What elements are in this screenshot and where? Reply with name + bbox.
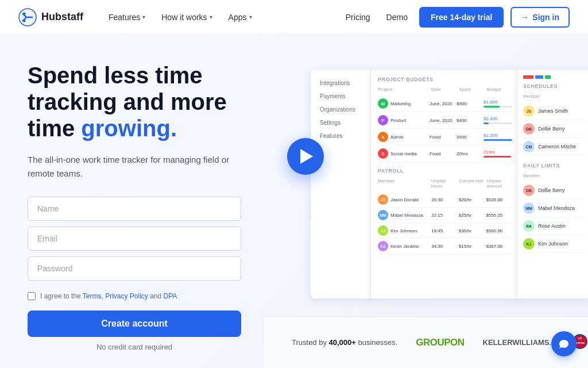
col-amount: Unpaid amount [487,178,512,189]
svg-text:LA: LA [578,336,582,340]
member-name: Kim Johnson [538,241,568,247]
col-budget: Budget [487,87,512,92]
project-budgets-title: PROJECT BUDGETS [378,76,512,82]
main-content: Spend less time tracking and more time g… [0,34,588,368]
schedules-member-header: Member [523,94,585,99]
nav-demo[interactable]: Demo [382,9,412,25]
no-credit-text: No credit card required [28,343,241,351]
hero-title-line1: Spend less time [28,63,203,88]
password-field-group [28,256,241,281]
table-row: KJKevin Jenkins 34:30 $15/hr $367.90 [378,239,512,254]
nav-pricing[interactable]: Pricing [341,9,375,25]
table-row: JDJason Donald 26:30 $20/hr $526.80 [378,192,512,208]
sidebar-item-organizations[interactable]: Organizations [315,103,368,116]
col-member: Member [378,178,429,189]
sidebar-item-integrations[interactable]: Integrations [315,76,368,90]
terms-checkbox[interactable] [28,292,36,300]
sidebar-item-payments[interactable]: Payments [315,90,368,103]
nav-left: Hubstaff Features ▾ How it works ▾ Apps … [18,8,259,26]
chevron-down-icon: ▾ [210,14,212,20]
avatar: KJ [523,238,535,250]
list-item: CM Cameron Mitche [523,138,585,156]
list-item: DB Dollie Berry [523,182,585,200]
sidebar-item-settings[interactable]: Settings [315,116,368,129]
privacy-link[interactable]: Privacy Policy [105,292,148,300]
name-field-group [28,197,241,221]
table-row: KJKim Johnson 18:45 $30/hr $560.90 [378,223,512,239]
col-project: Project [378,87,429,92]
signin-button[interactable]: → Sign in [510,7,570,28]
daily-limits-title: DAILY LIMITS [523,163,585,168]
member-name: Mabel Mendoza [538,205,575,211]
payroll-section: PAYROLL Member Unpaid hours Current rate… [378,168,512,254]
nav-features-label: Features [109,13,140,22]
avatar: JS [523,105,535,117]
member-name: Dollie Berry [538,187,565,193]
nav-right: Pricing Demo Free 14-day trial → Sign in [341,7,570,28]
right-panel: Integrations Payments Organizations Sett… [264,34,588,368]
avatar: DB [523,123,535,135]
create-account-button[interactable]: Create account [28,310,241,337]
email-input[interactable] [28,227,241,251]
payroll-title: PAYROLL [378,168,512,174]
hubstaff-logo-icon [18,8,37,26]
groupon-logo: GROUPON [416,337,464,348]
logo[interactable]: Hubstaff [18,8,83,26]
col-spent: Spent [459,87,484,92]
avatar: CM [523,141,535,152]
list-item: JS James Smith [523,102,585,120]
nav-links: Features ▾ How it works ▾ Apps ▾ [102,9,259,25]
list-item: MM Mabel Mendoza [523,200,585,217]
avatar: DB [523,185,535,196]
table-row: MMarketing June, 2020 $900 $1,600 [378,95,512,112]
table-row: MMMabel Mendoza 22:15 $25/hr $556.25 [378,208,512,223]
chevron-down-icon: ▾ [249,14,252,20]
terms-checkbox-row: I agree to the Terms, Privacy Policy and… [28,292,241,300]
chevron-down-icon: ▾ [142,14,145,20]
list-item: KJ Kim Johnson [523,235,585,253]
signin-icon: → [521,13,529,22]
col-date: Date [431,87,457,92]
chat-button[interactable] [551,331,577,356]
play-button[interactable] [287,138,324,175]
dashboard-sidebar: Integrations Payments Organizations Sett… [310,69,373,299]
nav-apps[interactable]: Apps ▾ [222,9,259,25]
hero-title: Spend less time tracking and more time g… [28,62,241,141]
svg-text:CLIPPERS: CLIPPERS [575,342,585,344]
nav-how-label: How it works [161,13,207,22]
logo-text: Hubstaff [41,11,83,23]
member-name: Dollie Berry [538,126,565,132]
trusted-strip: Trusted by 40,000+ businesses. GROUPON K… [264,316,588,368]
col-unpaid-hours: Unpaid hours [431,178,457,189]
name-input[interactable] [28,197,241,221]
member-name: Rose Austin [538,223,566,229]
trial-button[interactable]: Free 14-day trial [419,7,504,28]
password-input[interactable] [28,256,241,281]
col-rate: Current rate [459,178,484,189]
sidebar-item-features[interactable]: Features [315,129,368,143]
daily-limits-member-header: Member [523,173,585,178]
member-name: Cameron Mitche [538,144,576,150]
list-item: RA Rose Austin [523,217,585,235]
left-panel: Spend less time tracking and more time g… [0,34,264,368]
signin-label: Sign in [532,13,559,22]
dashboard-main-panel: PROJECT BUDGETS Project Date Spent Budge… [370,69,520,299]
chat-icon [558,338,570,350]
table-row: AAdmin Fixed 3900 $1,200 [378,129,512,145]
payroll-header: Member Unpaid hours Current rate Unpaid … [378,178,512,189]
hero-title-accent: growing. [81,116,177,141]
nav-how-it-works[interactable]: How it works ▾ [154,9,219,25]
kellerwilliams-logo: KELLERWILLIAMS. [483,338,552,347]
table-row: PProduct June, 2020 $400 $2,400 [378,112,512,129]
hero-subtitle: The all-in-one work time tracker for man… [28,153,241,181]
schedules-title: SCHEDULES [523,83,585,89]
list-item: DB Dollie Berry [523,120,585,138]
terms-link[interactable]: Terms [83,292,102,300]
email-field-group [28,227,241,251]
nav-features[interactable]: Features ▾ [102,9,152,25]
avatar: RA [523,220,535,232]
color-bar [523,75,585,79]
dashboard-right-panel: SCHEDULES Member JS James Smith DB Dolli… [517,69,588,299]
member-name: James Smith [538,108,568,114]
dpa-link[interactable]: DPA [164,292,177,300]
